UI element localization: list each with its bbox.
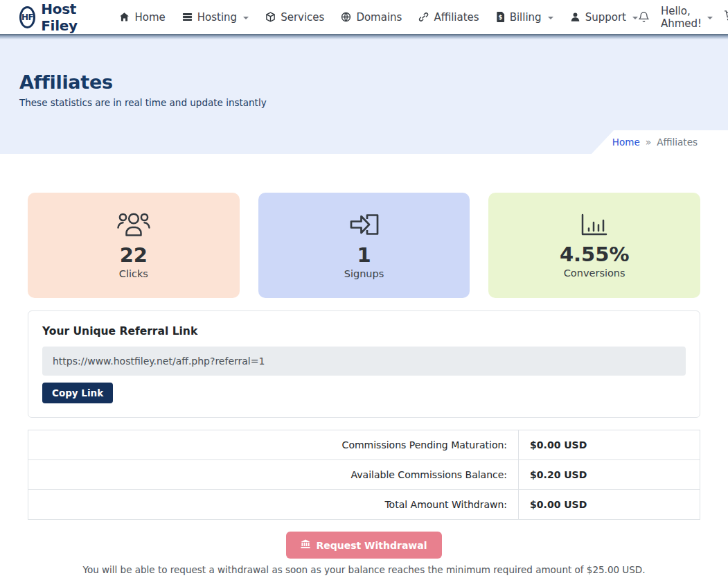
main-content: 22 Clicks 1 Signups	[0, 154, 728, 575]
withdrawal-minimum-note: You will be able to request a withdrawal…	[28, 564, 700, 575]
commission-row-label: Commissions Pending Maturation:	[28, 430, 519, 460]
page-header: Affiliates These statistics are in real …	[0, 34, 728, 154]
page-subtitle: These statistics are in real time and up…	[19, 97, 709, 108]
nav-item-label: Services	[281, 11, 324, 24]
nav-item-support[interactable]: Support	[570, 11, 638, 24]
chevron-down-icon	[243, 17, 249, 19]
svg-text:$: $	[498, 14, 502, 21]
server-icon	[182, 12, 193, 22]
brand-name: Host Filey	[41, 1, 83, 34]
user-menu[interactable]: Hello, Ahmed!	[661, 5, 713, 30]
copy-link-button[interactable]: Copy Link	[42, 383, 113, 403]
nav-item-services[interactable]: Services	[265, 11, 324, 24]
stat-label-conversions: Conversions	[564, 268, 625, 279]
cart-button[interactable]: 0	[724, 10, 728, 24]
main-nav: Home Hosting Services Domains Affilia	[119, 11, 637, 24]
referral-card-title: Your Unique Referral Link	[42, 325, 686, 338]
withdraw-row: Request Withdrawal	[28, 532, 700, 559]
stat-value-clicks: 22	[120, 244, 148, 267]
nav-item-billing[interactable]: $ Billing	[496, 11, 553, 24]
invoice-icon: $	[496, 12, 505, 22]
stat-value-conversions: 4.55%	[560, 243, 630, 266]
referral-link-card: Your Unique Referral Link Copy Link	[28, 310, 700, 418]
users-icon	[116, 211, 151, 238]
nav-item-affiliates[interactable]: Affiliates	[418, 11, 479, 24]
person-icon	[570, 12, 580, 22]
brand-logo[interactable]: HF Host Filey	[19, 1, 83, 34]
nav-item-label: Support	[585, 11, 626, 24]
table-row: Total Amount Withdrawn: $0.00 USD	[28, 490, 700, 520]
commission-row-value: $0.20 USD	[519, 460, 700, 490]
nav-item-hosting[interactable]: Hosting	[182, 11, 249, 24]
globe-icon	[341, 12, 351, 22]
stats-row: 22 Clicks 1 Signups	[28, 193, 700, 298]
breadcrumb-home-link[interactable]: Home	[612, 137, 640, 148]
commissions-table: Commissions Pending Maturation: $0.00 US…	[28, 430, 700, 520]
stat-label-signups: Signups	[344, 268, 384, 279]
bank-icon	[301, 539, 310, 551]
nav-item-home[interactable]: Home	[119, 11, 165, 24]
chevron-down-icon	[632, 17, 638, 19]
commission-row-label: Available Commissions Balance:	[28, 460, 519, 490]
nav-item-label: Home	[134, 11, 165, 24]
breadcrumb-separator: »	[646, 137, 652, 148]
chevron-down-icon	[707, 17, 713, 19]
breadcrumb: Home » Affiliates	[592, 130, 728, 154]
bar-chart-icon	[580, 212, 609, 237]
nav-item-label: Affiliates	[434, 11, 479, 24]
link-icon	[418, 12, 429, 22]
nav-item-label: Billing	[510, 11, 542, 24]
navbar-right: Hello, Ahmed! 0	[638, 5, 728, 30]
page-title: Affiliates	[19, 71, 709, 93]
stat-card-conversions: 4.55% Conversions	[488, 193, 700, 298]
breadcrumb-current: Affiliates	[657, 137, 698, 148]
nav-item-label: Domains	[356, 11, 402, 24]
user-greeting: Hello, Ahmed!	[661, 5, 702, 30]
chevron-down-icon	[548, 17, 553, 19]
home-icon	[119, 12, 130, 22]
commission-row-value: $0.00 USD	[519, 490, 700, 520]
nav-item-domains[interactable]: Domains	[341, 11, 402, 24]
commission-row-label: Total Amount Withdrawn:	[28, 490, 519, 520]
notifications-bell-icon[interactable]	[638, 11, 650, 23]
brand-logo-icon: HF	[19, 6, 35, 28]
cube-icon	[265, 12, 276, 22]
request-withdrawal-button[interactable]: Request Withdrawal	[286, 532, 441, 559]
request-withdrawal-label: Request Withdrawal	[316, 540, 427, 551]
table-row: Commissions Pending Maturation: $0.00 US…	[28, 430, 700, 460]
stat-card-signups: 1 Signups	[258, 193, 470, 298]
stat-label-clicks: Clicks	[119, 268, 148, 279]
nav-item-label: Hosting	[197, 11, 237, 24]
stat-value-signups: 1	[357, 244, 371, 267]
signin-icon	[349, 211, 380, 238]
stat-card-clicks: 22 Clicks	[28, 193, 240, 298]
referral-link-input[interactable]	[42, 347, 686, 376]
table-row: Available Commissions Balance: $0.20 USD	[28, 460, 700, 490]
cart-icon	[724, 10, 728, 24]
commission-row-value: $0.00 USD	[519, 430, 700, 460]
navbar: HF Host Filey Home Hosting Services	[0, 0, 728, 34]
